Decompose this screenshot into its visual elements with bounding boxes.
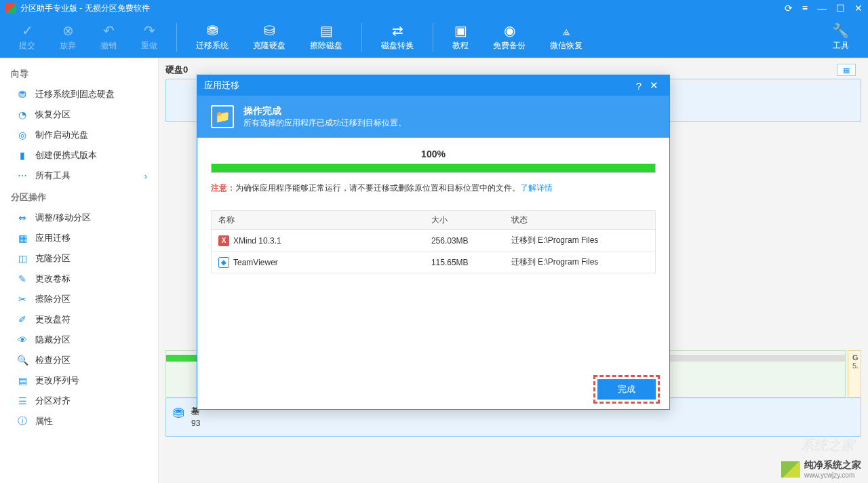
sidebar-item-restore-partition[interactable]: ◔恢复分区 [0, 104, 158, 125]
resize-icon: ⇔ [16, 212, 28, 223]
letter-icon: ✐ [16, 314, 28, 325]
free-backup-button[interactable]: ◉免费备份 [481, 16, 538, 58]
discard-button[interactable]: ⊗放弃 [47, 16, 88, 58]
background-watermark: 系统之家 [800, 436, 854, 455]
sidebar-item-resize[interactable]: ⇔调整/移动分区 [0, 208, 158, 228]
maximize-icon[interactable]: ☐ [836, 3, 845, 13]
undo-button[interactable]: ↶撤销 [88, 16, 129, 58]
watermark: 纯净系统之家 www.ycwjzy.com [781, 459, 861, 479]
xmind-icon: X [218, 235, 229, 246]
info-icon: ⓘ [16, 415, 28, 427]
teamviewer-icon: ◈ [218, 257, 229, 268]
serial-icon: ▤ [16, 375, 28, 386]
col-name: 名称 [212, 211, 425, 229]
sidebar-item-properties[interactable]: ⓘ属性 [0, 411, 158, 431]
learn-more-link[interactable]: 了解详情 [520, 183, 553, 193]
undo-icon: ↶ [103, 22, 115, 39]
sidebar-item-align-partition[interactable]: ☰分区对齐 [0, 391, 158, 411]
commit-button[interactable]: ✓提交 [7, 16, 47, 58]
redo-button[interactable]: ↷重做 [129, 16, 170, 58]
tools-button[interactable]: 🔧工具 [820, 16, 861, 58]
sidebar-item-change-letter[interactable]: ✐更改盘符 [0, 309, 158, 330]
cancel-icon: ⊗ [62, 22, 74, 39]
partition-block-small[interactable]: G 5. [848, 350, 861, 398]
app-logo-icon [5, 3, 16, 14]
view-toggle-button[interactable]: ▦ [837, 64, 856, 76]
wrench-icon: 🔧 [832, 22, 849, 39]
sidebar-item-wipe-partition[interactable]: ✂擦除分区 [0, 289, 158, 309]
table-row[interactable]: ◈TeamViewer 115.65MB 迁移到 E:\Program File… [212, 252, 655, 273]
notice-text: 注意：为确保应用程序能够正常运行，请不要迁移或删除原位置和目标位置中的文件。了解… [211, 182, 656, 194]
wipe-disk-button[interactable]: ▤擦除磁盘 [298, 16, 355, 58]
sidebar-item-change-serial[interactable]: ▤更改序列号 [0, 370, 158, 391]
sidebar-item-change-label[interactable]: ✎更改卷标 [0, 269, 158, 289]
backup-icon: ◉ [504, 22, 515, 39]
folder-arrow-icon: 📁 [211, 105, 234, 128]
redo-icon: ↷ [144, 22, 155, 39]
titlebar: 分区助手专业版 - 无损分区免费软件 ⟳ ≡ — ☐ ✕ [0, 0, 868, 16]
progress-percent: 100% [211, 149, 656, 159]
search-icon: 🔍 [16, 355, 28, 366]
convert-icon: ⇄ [392, 22, 403, 39]
minimize-icon[interactable]: — [817, 3, 827, 13]
banner-subtitle: 所有选择的应用程序已成功迁移到目标位置。 [243, 117, 406, 129]
disk-convert-button[interactable]: ⇄磁盘转换 [369, 16, 426, 58]
hide-icon: 👁 [16, 334, 28, 345]
table-header: 名称 大小 状态 [212, 211, 655, 230]
close-icon[interactable]: ✕ [854, 3, 863, 13]
sidebar-item-app-migrate[interactable]: ▦应用迁移 [0, 228, 158, 248]
chevron-right-icon: › [144, 171, 147, 181]
result-table: 名称 大小 状态 XXMind 10.3.1 256.03MB 迁移到 E:\P… [211, 210, 656, 273]
sidebar-item-migrate-ssd[interactable]: ⛃迁移系统到固态硬盘 [0, 84, 158, 104]
ssd-icon: ⛃ [16, 89, 28, 100]
check-icon: ✓ [22, 22, 33, 39]
progress-fill [212, 164, 655, 172]
eraser-icon: ▤ [320, 22, 333, 39]
tutorial-button[interactable]: ▣教程 [440, 16, 481, 58]
pie-icon: ◔ [16, 109, 28, 120]
disk-icon: ⛃ [207, 22, 218, 39]
sidebar-item-boot-disc[interactable]: ◎制作启动光盘 [0, 125, 158, 145]
sidebar-item-hide-partition[interactable]: 👁隐藏分区 [0, 330, 158, 350]
clone-icon: ◫ [16, 253, 28, 264]
sidebar-item-portable[interactable]: ▮创建便携式版本 [0, 145, 158, 166]
migrate-os-button[interactable]: ⛃迁移系统 [184, 16, 241, 58]
wipe-icon: ✂ [16, 294, 28, 305]
finish-button[interactable]: 完成 [597, 379, 656, 400]
sidebar-section-wizard: 向导 [0, 62, 158, 84]
sidebar-item-check-partition[interactable]: 🔍检查分区 [0, 350, 158, 370]
dialog-title: 应用迁移 [204, 79, 632, 92]
grid-icon: ⋯ [16, 170, 28, 181]
col-size: 大小 [425, 211, 505, 229]
watermark-logo-icon [781, 461, 800, 478]
wechat-restore-button[interactable]: ⟁微信恢复 [538, 16, 595, 58]
window-title: 分区助手专业版 - 无损分区免费软件 [20, 3, 785, 14]
book-icon: ▣ [454, 22, 467, 39]
dialog-close-icon[interactable]: ✕ [646, 79, 663, 92]
app-migrate-dialog: 应用迁移 ? ✕ 📁 操作完成 所有选择的应用程序已成功迁移到目标位置。 100… [197, 75, 670, 410]
clone-disk-button[interactable]: ⛁克隆硬盘 [241, 16, 298, 58]
dialog-titlebar: 应用迁移 ? ✕ [197, 75, 669, 96]
sidebar-section-partition-ops: 分区操作 [0, 186, 158, 208]
drive-icon: ⛃ [173, 405, 184, 429]
disks-icon: ⛁ [264, 22, 275, 39]
toolbar: ✓提交 ⊗放弃 ↶撤销 ↷重做 ⛃迁移系统 ⛁克隆硬盘 ▤擦除磁盘 ⇄磁盘转换 … [0, 16, 868, 58]
banner-title: 操作完成 [243, 105, 406, 117]
menu-icon[interactable]: ≡ [802, 3, 808, 13]
table-row[interactable]: XXMind 10.3.1 256.03MB 迁移到 E:\Program Fi… [212, 230, 655, 252]
dialog-body: 100% 注意：为确保应用程序能够正常运行，请不要迁移或删除原位置和目标位置中的… [197, 138, 669, 370]
wechat-icon: ⟁ [562, 23, 570, 39]
usb-icon: ▮ [16, 150, 28, 161]
align-icon: ☰ [16, 395, 28, 406]
dialog-banner: 📁 操作完成 所有选择的应用程序已成功迁移到目标位置。 [197, 96, 669, 138]
app-icon: ▦ [16, 233, 28, 244]
help-icon[interactable]: ? [632, 80, 646, 92]
col-status: 状态 [505, 211, 655, 229]
disc-icon: ◎ [16, 130, 28, 140]
sidebar-item-clone-partition[interactable]: ◫克隆分区 [0, 248, 158, 269]
dialog-footer: 完成 [197, 370, 669, 409]
refresh-icon[interactable]: ⟳ [785, 3, 793, 13]
tag-icon: ✎ [16, 273, 28, 284]
sidebar-item-all-tools[interactable]: ⋯所有工具› [0, 166, 158, 186]
sidebar: 向导 ⛃迁移系统到固态硬盘 ◔恢复分区 ◎制作启动光盘 ▮创建便携式版本 ⋯所有… [0, 58, 159, 483]
